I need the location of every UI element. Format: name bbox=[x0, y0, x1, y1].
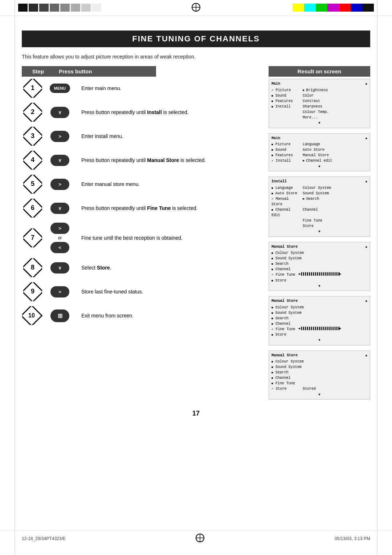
menu-button[interactable]: MENU bbox=[50, 84, 70, 93]
cyan-block bbox=[304, 4, 316, 12]
screen-3-row-2: Auto Store Sound System bbox=[271, 191, 367, 196]
screen-1-row-4: Install Sharpness bbox=[271, 104, 367, 109]
screen-4-row-1: Colour System bbox=[271, 250, 367, 256]
bw-block-5 bbox=[60, 4, 70, 12]
down-button-6[interactable]: ∨ bbox=[50, 203, 69, 214]
bullet-icon: Install bbox=[271, 104, 301, 109]
step-5-diamond: 5 bbox=[23, 175, 42, 194]
step-4-button[interactable]: ∨ bbox=[44, 155, 76, 166]
tri-up-4 bbox=[366, 244, 367, 250]
screen-4-row-2: Sound System bbox=[271, 256, 367, 261]
svg-text:1: 1 bbox=[31, 84, 34, 92]
tri-up-3 bbox=[366, 179, 367, 185]
footer-right: 05/13/03, 3:13 PM bbox=[335, 536, 370, 541]
screen-5-row-5: Fine Tune ◄▐▐▐▐▐▐▐▐▐▐▐▐▐▐▐▐▐▐▐▐► bbox=[271, 327, 367, 332]
step-9-button[interactable]: > bbox=[44, 286, 76, 297]
step-8-instruction: Select Store. bbox=[76, 264, 261, 272]
down-button-2[interactable]: ∨ bbox=[50, 107, 69, 118]
left-color-blocks bbox=[18, 4, 101, 12]
right-button-3[interactable]: > bbox=[50, 131, 69, 142]
or-text-7: or bbox=[58, 235, 62, 240]
steps-right: Main Picture Brightness Sound Color Feat… bbox=[269, 79, 370, 402]
blue-block bbox=[351, 4, 362, 12]
th-button: Press button bbox=[54, 66, 156, 77]
th-result: Result on screen bbox=[269, 66, 370, 77]
svg-text:2: 2 bbox=[31, 108, 34, 116]
page-number: 17 bbox=[22, 410, 370, 417]
down-button-8[interactable]: ∨ bbox=[50, 262, 69, 274]
step-7-diamond: 7 bbox=[23, 228, 42, 247]
step-row-1: 1 MENU Enter main menu. bbox=[22, 79, 261, 98]
screen-6-row-6: Store Stored bbox=[271, 386, 367, 392]
menu-exit-button[interactable]: ⊞ bbox=[50, 309, 69, 322]
left-button-7[interactable]: < bbox=[50, 242, 69, 253]
step-1-button[interactable]: MENU bbox=[44, 84, 76, 93]
step-4-instruction: Press button repeatedly until Manual Sto… bbox=[76, 157, 261, 164]
right-button-5[interactable]: > bbox=[50, 179, 69, 190]
magenta-block bbox=[327, 4, 339, 12]
step-2-button[interactable]: ∨ bbox=[44, 107, 76, 118]
bw-block-2 bbox=[29, 4, 38, 12]
svg-text:9: 9 bbox=[31, 288, 34, 295]
step-3-button[interactable]: > bbox=[44, 131, 76, 142]
right-button-7[interactable]: > bbox=[50, 223, 69, 234]
footer-crosshair bbox=[195, 533, 205, 544]
step-8-button[interactable]: ∨ bbox=[44, 262, 76, 274]
svg-text:10: 10 bbox=[28, 312, 35, 319]
step-9-instruction: Store last fine-tuned status. bbox=[76, 288, 261, 296]
step-1-instruction: Enter main menu. bbox=[76, 85, 261, 92]
screen-1-row-5: Colour Temp. bbox=[271, 109, 367, 115]
step-3-diamond: 3 bbox=[23, 127, 42, 146]
tri-up-6 bbox=[366, 353, 367, 358]
step-9-diamond: 9 bbox=[23, 282, 42, 301]
svg-text:3: 3 bbox=[31, 132, 34, 139]
step-8-number: 8 bbox=[22, 258, 44, 277]
down-button-4[interactable]: ∨ bbox=[50, 155, 69, 166]
step-10-instruction: Exit menu from screen. bbox=[76, 312, 261, 320]
right-color-blocks bbox=[293, 4, 374, 12]
step-7-instruction: Fine tune until the best reception is ob… bbox=[76, 234, 261, 242]
screen-4-title: Manual Store bbox=[271, 244, 367, 250]
step-4-number: 4 bbox=[22, 151, 44, 170]
bw-block-1 bbox=[18, 4, 28, 12]
screen-5-row-6: Store bbox=[271, 332, 367, 337]
step-2-number: 2 bbox=[22, 103, 44, 122]
green-block bbox=[316, 4, 327, 12]
screen-2-row-3: Features Manual Store bbox=[271, 153, 367, 158]
col-instruction bbox=[156, 66, 269, 77]
step-10-button[interactable]: ⊞ bbox=[44, 309, 76, 322]
step-7-button[interactable]: > or < bbox=[44, 223, 76, 253]
step-5-button[interactable]: > bbox=[44, 179, 76, 190]
screen-4-row-4: Channel bbox=[271, 267, 367, 272]
black-block bbox=[362, 4, 374, 12]
bw-block-7 bbox=[81, 4, 91, 12]
right-button-9[interactable]: > bbox=[50, 286, 69, 297]
step-row-10: 10 ⊞ Exit menu from screen. bbox=[22, 306, 261, 325]
page-footer: 12-18_29/34PT4323/E 05/13/03, 3:13 PM bbox=[0, 533, 392, 544]
screen-5-row-4: Channel bbox=[271, 321, 367, 327]
screen-5-title: Manual Store bbox=[271, 298, 367, 304]
steps-layout: 1 MENU Enter main menu. bbox=[22, 79, 370, 402]
svg-text:4: 4 bbox=[31, 156, 34, 163]
steps-left: 1 MENU Enter main menu. bbox=[22, 79, 261, 402]
step-10-number: 10 bbox=[22, 306, 44, 325]
step-row-8: 8 ∨ Select Store. bbox=[22, 258, 261, 277]
screen-3-title: Install bbox=[271, 179, 367, 185]
tri-up-1 bbox=[366, 81, 367, 87]
screen-3-row-6: Store bbox=[271, 223, 367, 229]
screen-2-bottom: ▼ bbox=[271, 165, 367, 170]
step-4-diamond: 4 bbox=[23, 151, 42, 170]
col-button: Press button bbox=[54, 66, 156, 77]
step-6-button[interactable]: ∨ bbox=[44, 203, 76, 214]
bw-block-3 bbox=[39, 4, 49, 12]
step-1-diamond: 1 bbox=[23, 79, 42, 98]
step-5-instruction: Enter manual store menu. bbox=[76, 181, 261, 188]
intro-text: This feature allows you to adjust pictur… bbox=[22, 54, 370, 60]
step-row-2: 2 ∨ Press button repeatedly until Instal… bbox=[22, 103, 261, 122]
col-step: Step bbox=[22, 66, 54, 77]
screen-3-row-1: Language Colour System bbox=[271, 185, 367, 191]
screen-2-title: Main bbox=[271, 135, 367, 141]
svg-text:6: 6 bbox=[31, 204, 34, 211]
step-9-number: 9 bbox=[22, 282, 44, 301]
screen-4-row-3: Search bbox=[271, 261, 367, 267]
